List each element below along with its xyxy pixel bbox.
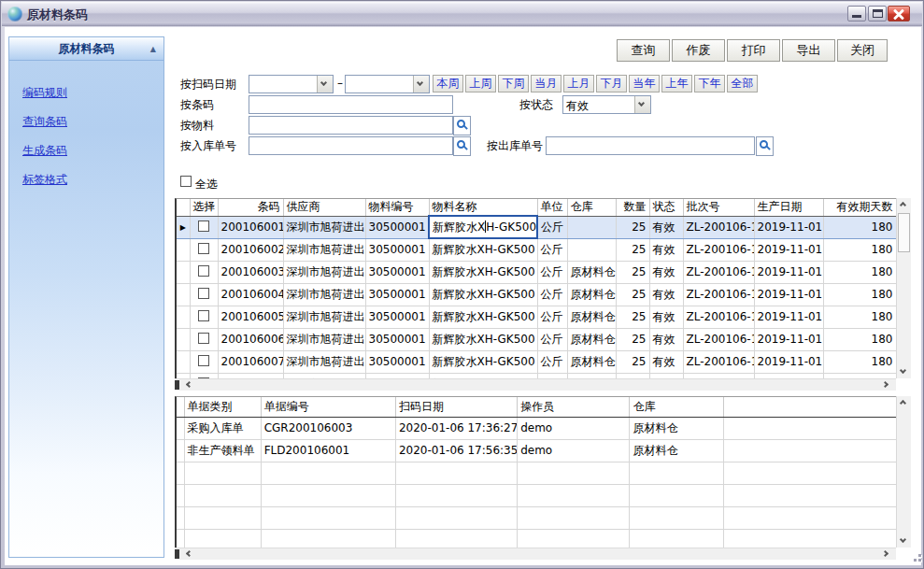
grid-cell[interactable]: 原材料仓 xyxy=(567,306,616,328)
status-select[interactable]: 有效 xyxy=(562,95,651,114)
row-checkbox[interactable] xyxy=(198,220,209,232)
column-header[interactable]: 扫码日期 xyxy=(395,397,517,417)
grid-cell[interactable]: 25 xyxy=(616,238,649,261)
grid-cell[interactable]: 2019-11-01 xyxy=(754,306,823,328)
grid-cell[interactable]: 深圳市旭荷进出口 xyxy=(283,306,365,328)
grid-cell[interactable]: 30500001 xyxy=(365,238,429,261)
grid-cell[interactable]: 新辉胶水XH-GK500 xyxy=(429,306,537,328)
grid-cell[interactable]: demo xyxy=(518,417,630,439)
grid-cell[interactable]: 公斤 xyxy=(537,216,567,238)
scroll-left-button[interactable] xyxy=(182,548,197,562)
grid-cell[interactable]: 2019-11-01 xyxy=(754,216,823,238)
dropdown-button[interactable] xyxy=(317,76,333,92)
grid-cell[interactable]: 原材料仓 xyxy=(567,283,616,306)
scroll-thumb[interactable] xyxy=(175,380,179,390)
column-header[interactable]: 条码 xyxy=(218,199,283,216)
grid-cell[interactable]: 有效 xyxy=(649,328,683,350)
select-all-checkbox[interactable] xyxy=(180,176,192,187)
quick-range-button[interactable]: 当年 xyxy=(629,75,660,92)
main-grid-vscroll[interactable] xyxy=(896,198,911,378)
title-bar[interactable]: 原材料条码 xyxy=(2,2,922,26)
grid-cell[interactable]: 25 xyxy=(616,283,649,306)
grid-cell[interactable]: 200106007 xyxy=(218,350,283,373)
grid-cell[interactable]: 180 xyxy=(823,328,896,350)
grid-cell[interactable]: 有效 xyxy=(649,216,683,238)
collapse-arrow-icon[interactable]: ▲ xyxy=(150,37,156,61)
column-header[interactable]: 供应商 xyxy=(283,199,365,216)
sidebar-item[interactable]: 生成条码 xyxy=(22,143,163,159)
focused-cell[interactable]: 新辉胶水XH-GK500 xyxy=(429,216,537,238)
detail-grid-vscroll[interactable] xyxy=(896,396,911,548)
row-checkbox[interactable] xyxy=(198,333,209,344)
table-row[interactable]: 200106003深圳市旭荷进出口30500001新辉胶水XH-GK500公斤原… xyxy=(177,261,896,283)
row-selector[interactable] xyxy=(177,283,190,306)
row-checkbox[interactable] xyxy=(198,310,209,321)
table-row[interactable]: 200106006深圳市旭荷进出口30500001新辉胶水XH-GK500公斤原… xyxy=(177,328,896,350)
quick-range-button[interactable]: 下周 xyxy=(498,75,529,92)
grid-cell[interactable]: 2019-11-01 xyxy=(754,283,823,306)
grid-cell[interactable]: 原材料仓 xyxy=(567,350,616,373)
grid-cell[interactable]: 200106006 xyxy=(218,328,283,350)
grid-cell[interactable]: ZL-200106-1 xyxy=(683,350,754,373)
query-button[interactable]: 查询 xyxy=(617,39,670,62)
grid-cell[interactable]: 非生产领料单 xyxy=(184,439,261,462)
grid-cell[interactable]: 深圳市旭荷进出口 xyxy=(283,283,365,306)
column-header[interactable]: 单位 xyxy=(537,199,567,216)
scroll-down-button[interactable] xyxy=(897,365,912,378)
material-search-button[interactable] xyxy=(453,116,471,135)
close-panel-button[interactable]: 关闭 xyxy=(837,39,888,62)
void-button[interactable]: 作废 xyxy=(672,39,725,62)
table-row[interactable]: 200106004深圳市旭荷进出口30500001新辉胶水XH-GK500公斤原… xyxy=(177,283,896,306)
grid-cell[interactable]: 原材料仓 xyxy=(567,261,616,283)
grid-cell[interactable]: demo xyxy=(518,439,630,462)
grid-cell[interactable]: 公斤 xyxy=(537,283,567,306)
sidebar-item[interactable]: 标签格式 xyxy=(22,172,163,188)
grid-cell[interactable]: 2019-11-01 xyxy=(754,238,823,261)
column-header[interactable]: 有效期天数 xyxy=(823,199,896,216)
barcode-input[interactable] xyxy=(249,95,453,114)
column-header[interactable]: 仓库 xyxy=(630,397,723,417)
grid-cell[interactable]: 2020-01-06 17:36:27 xyxy=(395,417,517,439)
table-row[interactable]: 非生产领料单FLD2001060012020-01-06 17:56:35dem… xyxy=(177,439,896,462)
grid-cell[interactable]: 25 xyxy=(616,216,649,238)
quick-range-button[interactable]: 当月 xyxy=(531,75,562,92)
grid-cell[interactable] xyxy=(567,238,616,261)
grid-cell[interactable]: 新辉胶水XH-GK500 xyxy=(429,328,537,350)
export-button[interactable]: 导出 xyxy=(782,39,835,62)
scroll-up-button[interactable] xyxy=(897,198,912,211)
grid-cell[interactable]: ZL-200106-1 xyxy=(683,306,754,328)
column-header[interactable]: 单据编号 xyxy=(261,397,395,417)
resize-grip[interactable] xyxy=(910,548,921,562)
column-header[interactable]: 选择 xyxy=(190,199,218,216)
grid-cell[interactable]: 公斤 xyxy=(537,261,567,283)
column-header[interactable]: 批次号 xyxy=(683,199,754,216)
column-header[interactable]: 仓库 xyxy=(567,199,616,216)
quick-range-button[interactable]: 下年 xyxy=(694,75,725,92)
scroll-right-button[interactable] xyxy=(881,379,896,392)
date-to-select[interactable] xyxy=(345,75,430,93)
sidebar-item[interactable]: 查询条码 xyxy=(22,114,163,130)
grid-cell[interactable]: 有效 xyxy=(649,350,683,373)
scroll-down-button[interactable] xyxy=(897,534,912,548)
grid-cell[interactable]: 200106005 xyxy=(218,306,283,328)
grid-cell[interactable]: 30500001 xyxy=(365,306,429,328)
grid-cell[interactable]: 原材料仓 xyxy=(630,417,723,439)
grid-cell[interactable]: 30500001 xyxy=(365,216,429,238)
grid-cell[interactable]: 2020-01-06 17:56:35 xyxy=(395,439,517,462)
grid-cell[interactable]: 有效 xyxy=(649,306,683,328)
grid-cell[interactable]: 180 xyxy=(823,216,896,238)
grid-cell[interactable]: 180 xyxy=(823,350,896,373)
column-header[interactable]: 物料编号 xyxy=(365,199,429,216)
quick-range-button[interactable]: 下月 xyxy=(596,75,627,92)
sidebar-header[interactable]: 原材料条码 ▲ xyxy=(9,37,163,61)
grid-cell[interactable]: 25 xyxy=(616,306,649,328)
scroll-thumb[interactable] xyxy=(175,549,179,559)
row-checkbox[interactable] xyxy=(198,243,209,254)
grid-cell[interactable]: 2019-11-01 xyxy=(754,350,823,373)
minimize-button[interactable] xyxy=(847,6,866,21)
grid-cell[interactable]: 180 xyxy=(823,238,896,261)
table-row[interactable]: 200106005深圳市旭荷进出口30500001新辉胶水XH-GK500公斤原… xyxy=(177,306,896,328)
maximize-button[interactable] xyxy=(868,6,887,21)
grid-cell[interactable]: 深圳市旭荷进出口 xyxy=(283,350,365,373)
row-checkbox[interactable] xyxy=(198,265,209,277)
